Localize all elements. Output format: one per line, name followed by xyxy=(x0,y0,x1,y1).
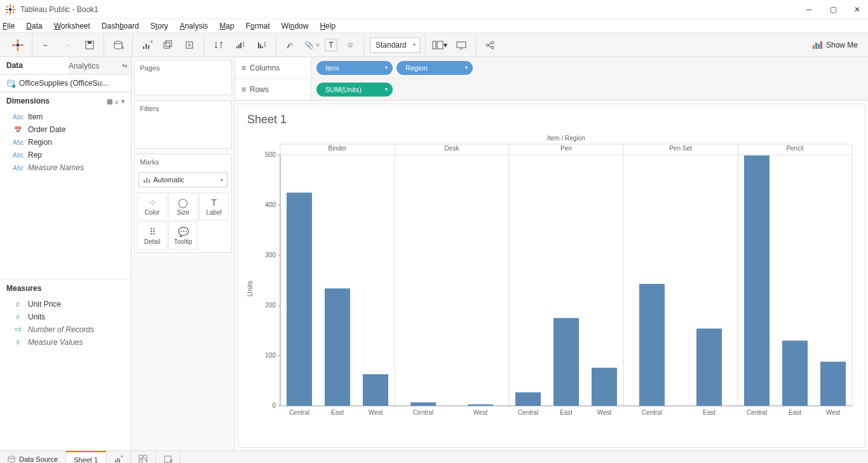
minimize-button[interactable]: ─ xyxy=(803,4,815,15)
menu-analysis[interactable]: Analysis xyxy=(180,22,208,30)
type-icon: Abc xyxy=(13,152,23,159)
pill-region[interactable]: Region xyxy=(397,61,473,75)
tab-analytics[interactable]: Analytics⇆ xyxy=(69,57,131,74)
svg-text:Central: Central xyxy=(518,409,538,416)
svg-point-23 xyxy=(491,46,494,49)
svg-text:Central: Central xyxy=(289,409,309,416)
menu-worksheet[interactable]: Worksheet xyxy=(54,22,90,30)
show-cards-icon[interactable]: ▾ xyxy=(431,36,449,54)
mark-color[interactable]: ⁘Color xyxy=(137,192,167,220)
menu-help[interactable]: Help xyxy=(320,22,336,30)
svg-rect-25 xyxy=(815,43,817,49)
field-order-date[interactable]: 📅Order Date xyxy=(0,123,131,136)
close-button[interactable]: ✕ xyxy=(851,4,863,15)
field-measure-names[interactable]: AbcMeasure Names xyxy=(0,161,131,174)
svg-point-29 xyxy=(12,84,15,88)
analytics-options-icon[interactable]: ⇆ xyxy=(122,62,131,69)
field-item[interactable]: AbcItem xyxy=(0,111,131,123)
tableau-logo-icon xyxy=(5,4,15,15)
svg-text:East: East xyxy=(789,409,801,416)
field-units[interactable]: #Units xyxy=(0,311,131,323)
menu-format[interactable]: Format xyxy=(246,22,270,30)
sheet-1-tab[interactable]: Sheet 1 xyxy=(66,451,106,463)
label-toggle-icon[interactable]: T xyxy=(325,39,337,51)
duplicate-icon[interactable] xyxy=(159,36,177,54)
svg-rect-31 xyxy=(146,178,147,183)
svg-rect-14 xyxy=(240,43,241,48)
datasource-icon xyxy=(6,79,15,88)
svg-text:Item / Region: Item / Region xyxy=(547,135,585,142)
menu-dashboard[interactable]: Dashboard xyxy=(102,22,139,30)
svg-rect-27 xyxy=(820,41,822,49)
menu-map[interactable]: Map xyxy=(219,22,234,30)
svg-rect-6 xyxy=(146,44,147,49)
mark-label[interactable]: TLabel xyxy=(199,192,229,220)
filters-card[interactable]: Filters xyxy=(134,100,232,149)
mark-tooltip[interactable]: 💬Tooltip xyxy=(168,222,198,250)
sort-asc-icon[interactable] xyxy=(231,36,249,54)
svg-text:West: West xyxy=(369,409,383,416)
new-datasource-icon[interactable]: + xyxy=(109,36,127,54)
columns-shelf[interactable]: ≡Columns ItemRegion xyxy=(235,57,868,79)
sheet-title[interactable]: Sheet 1 xyxy=(245,111,858,133)
toolbar: ← → + + 📎 ▾ T ☆ Standard ▾ Show Me xyxy=(0,33,868,57)
new-dashboard-tab[interactable]: + xyxy=(131,451,156,463)
pill-item[interactable]: Item xyxy=(316,61,393,75)
dropdown-icon[interactable]: ▾ xyxy=(121,98,125,105)
swap-icon[interactable] xyxy=(210,36,227,54)
type-icon: =# xyxy=(13,326,23,333)
svg-text:500: 500 xyxy=(265,151,276,158)
svg-text:400: 400 xyxy=(265,201,276,208)
datasource-item[interactable]: OfficeSupplies (OfficeSu... xyxy=(0,75,131,92)
field-number-of-records[interactable]: =#Number of Records xyxy=(0,323,131,336)
maximize-button[interactable]: ▢ xyxy=(827,4,839,15)
menu-data[interactable]: Data xyxy=(26,22,42,30)
show-me-icon xyxy=(812,40,822,50)
mark-size[interactable]: ◯Size xyxy=(168,192,198,220)
forward-icon[interactable]: → xyxy=(59,36,77,54)
pin-icon[interactable]: ☆ xyxy=(341,36,359,54)
field-unit-price[interactable]: #Unit Price xyxy=(0,298,131,311)
show-me-button[interactable]: Show Me xyxy=(806,40,864,50)
mark-detail[interactable]: ⠿Detail xyxy=(137,222,167,250)
save-icon[interactable] xyxy=(81,36,98,54)
menu-file[interactable]: File xyxy=(3,22,15,30)
new-worksheet-tab[interactable]: + xyxy=(106,451,131,463)
svg-rect-18 xyxy=(433,41,436,49)
menu-story[interactable]: Story xyxy=(151,22,168,30)
view-list-icon[interactable]: ▦ xyxy=(107,98,112,105)
data-source-tab[interactable]: Data Source xyxy=(0,451,66,463)
svg-rect-73 xyxy=(553,318,579,406)
marks-type-select[interactable]: Automatic xyxy=(139,172,227,187)
group-icon[interactable]: 📎 ▾ xyxy=(303,36,321,54)
share-icon[interactable] xyxy=(481,36,499,54)
field-rep[interactable]: AbcRep xyxy=(0,149,131,161)
sort-desc-icon[interactable] xyxy=(253,36,271,54)
svg-text:Central: Central xyxy=(642,409,662,416)
tab-data[interactable]: Data xyxy=(0,57,69,74)
tableau-icon[interactable] xyxy=(9,36,27,54)
search-icon[interactable]: ⌕ xyxy=(115,98,119,105)
svg-text:0: 0 xyxy=(272,402,276,409)
pill-sumunits[interactable]: SUM(Units) xyxy=(316,83,393,97)
svg-rect-94 xyxy=(139,460,142,463)
viz-canvas: Sheet 1 Units Item / RegionBinderDeskPen… xyxy=(238,104,865,448)
y-axis-label: Units xyxy=(245,133,255,445)
fit-mode-select[interactable]: Standard xyxy=(370,37,420,53)
field-region[interactable]: AbcRegion xyxy=(0,136,131,149)
svg-text:+: + xyxy=(121,455,123,460)
pages-card[interactable]: Pages xyxy=(134,60,232,95)
new-worksheet-icon[interactable]: + xyxy=(138,36,156,54)
type-icon: Abc xyxy=(13,139,23,146)
presentation-icon[interactable] xyxy=(452,36,470,54)
back-icon[interactable]: ← xyxy=(37,36,55,54)
field-measure-values[interactable]: #Measure Values xyxy=(0,336,131,349)
highlight-icon[interactable] xyxy=(281,36,299,54)
menu-window[interactable]: Window xyxy=(281,22,309,30)
clear-icon[interactable] xyxy=(181,36,199,54)
data-pane: Data Analytics⇆ OfficeSupplies (OfficeSu… xyxy=(0,57,132,450)
rows-shelf[interactable]: ≡Rows SUM(Units) xyxy=(235,79,868,100)
svg-rect-19 xyxy=(437,41,443,49)
svg-text:Central: Central xyxy=(747,409,767,416)
new-story-tab[interactable]: + xyxy=(156,451,180,463)
